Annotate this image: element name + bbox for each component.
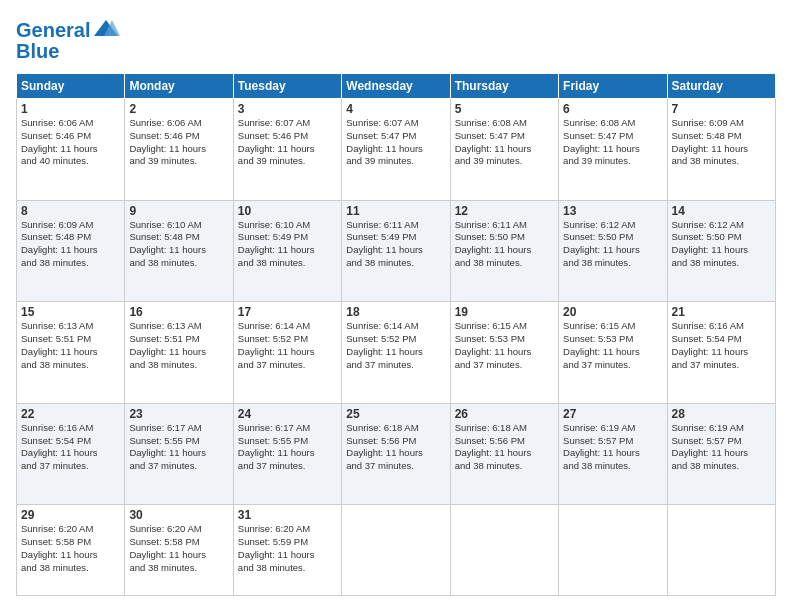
day-cell: 14Sunrise: 6:12 AM Sunset: 5:50 PM Dayli… <box>667 200 775 302</box>
day-number: 2 <box>129 102 228 116</box>
day-number: 16 <box>129 305 228 319</box>
day-number: 9 <box>129 204 228 218</box>
day-info: Sunrise: 6:08 AM Sunset: 5:47 PM Dayligh… <box>455 117 554 168</box>
week-row-3: 15Sunrise: 6:13 AM Sunset: 5:51 PM Dayli… <box>17 302 776 404</box>
day-info: Sunrise: 6:09 AM Sunset: 5:48 PM Dayligh… <box>21 219 120 270</box>
day-info: Sunrise: 6:10 AM Sunset: 5:49 PM Dayligh… <box>238 219 337 270</box>
day-number: 21 <box>672 305 771 319</box>
day-info: Sunrise: 6:06 AM Sunset: 5:46 PM Dayligh… <box>129 117 228 168</box>
header-wednesday: Wednesday <box>342 74 450 99</box>
day-number: 8 <box>21 204 120 218</box>
day-cell: 19Sunrise: 6:15 AM Sunset: 5:53 PM Dayli… <box>450 302 558 404</box>
week-row-5: 29Sunrise: 6:20 AM Sunset: 5:58 PM Dayli… <box>17 505 776 596</box>
day-cell: 31Sunrise: 6:20 AM Sunset: 5:59 PM Dayli… <box>233 505 341 596</box>
day-cell: 29Sunrise: 6:20 AM Sunset: 5:58 PM Dayli… <box>17 505 125 596</box>
day-info: Sunrise: 6:15 AM Sunset: 5:53 PM Dayligh… <box>455 320 554 371</box>
day-cell: 13Sunrise: 6:12 AM Sunset: 5:50 PM Dayli… <box>559 200 667 302</box>
day-number: 24 <box>238 407 337 421</box>
day-cell <box>667 505 775 596</box>
day-info: Sunrise: 6:06 AM Sunset: 5:46 PM Dayligh… <box>21 117 120 168</box>
day-cell: 25Sunrise: 6:18 AM Sunset: 5:56 PM Dayli… <box>342 403 450 505</box>
day-info: Sunrise: 6:14 AM Sunset: 5:52 PM Dayligh… <box>346 320 445 371</box>
day-cell: 17Sunrise: 6:14 AM Sunset: 5:52 PM Dayli… <box>233 302 341 404</box>
day-cell: 4Sunrise: 6:07 AM Sunset: 5:47 PM Daylig… <box>342 99 450 201</box>
day-number: 29 <box>21 508 120 522</box>
day-number: 4 <box>346 102 445 116</box>
day-number: 26 <box>455 407 554 421</box>
day-number: 11 <box>346 204 445 218</box>
day-cell <box>559 505 667 596</box>
day-number: 30 <box>129 508 228 522</box>
day-number: 20 <box>563 305 662 319</box>
day-info: Sunrise: 6:20 AM Sunset: 5:58 PM Dayligh… <box>129 523 228 574</box>
day-info: Sunrise: 6:18 AM Sunset: 5:56 PM Dayligh… <box>455 422 554 473</box>
day-number: 18 <box>346 305 445 319</box>
header: General Blue <box>16 16 776 63</box>
day-cell: 7Sunrise: 6:09 AM Sunset: 5:48 PM Daylig… <box>667 99 775 201</box>
header-friday: Friday <box>559 74 667 99</box>
day-cell: 22Sunrise: 6:16 AM Sunset: 5:54 PM Dayli… <box>17 403 125 505</box>
day-number: 5 <box>455 102 554 116</box>
day-cell: 2Sunrise: 6:06 AM Sunset: 5:46 PM Daylig… <box>125 99 233 201</box>
day-info: Sunrise: 6:07 AM Sunset: 5:46 PM Dayligh… <box>238 117 337 168</box>
day-number: 3 <box>238 102 337 116</box>
day-info: Sunrise: 6:07 AM Sunset: 5:47 PM Dayligh… <box>346 117 445 168</box>
day-cell: 26Sunrise: 6:18 AM Sunset: 5:56 PM Dayli… <box>450 403 558 505</box>
day-number: 19 <box>455 305 554 319</box>
header-sunday: Sunday <box>17 74 125 99</box>
day-number: 25 <box>346 407 445 421</box>
day-number: 23 <box>129 407 228 421</box>
day-info: Sunrise: 6:08 AM Sunset: 5:47 PM Dayligh… <box>563 117 662 168</box>
day-number: 28 <box>672 407 771 421</box>
day-info: Sunrise: 6:14 AM Sunset: 5:52 PM Dayligh… <box>238 320 337 371</box>
day-info: Sunrise: 6:13 AM Sunset: 5:51 PM Dayligh… <box>129 320 228 371</box>
day-number: 14 <box>672 204 771 218</box>
week-row-4: 22Sunrise: 6:16 AM Sunset: 5:54 PM Dayli… <box>17 403 776 505</box>
day-cell: 21Sunrise: 6:16 AM Sunset: 5:54 PM Dayli… <box>667 302 775 404</box>
day-info: Sunrise: 6:17 AM Sunset: 5:55 PM Dayligh… <box>129 422 228 473</box>
day-info: Sunrise: 6:12 AM Sunset: 5:50 PM Dayligh… <box>563 219 662 270</box>
day-info: Sunrise: 6:17 AM Sunset: 5:55 PM Dayligh… <box>238 422 337 473</box>
day-cell: 11Sunrise: 6:11 AM Sunset: 5:49 PM Dayli… <box>342 200 450 302</box>
day-info: Sunrise: 6:18 AM Sunset: 5:56 PM Dayligh… <box>346 422 445 473</box>
day-number: 22 <box>21 407 120 421</box>
day-number: 15 <box>21 305 120 319</box>
day-number: 10 <box>238 204 337 218</box>
page: General Blue SundayMondayTuesdayWednesda… <box>0 0 792 612</box>
day-cell: 3Sunrise: 6:07 AM Sunset: 5:46 PM Daylig… <box>233 99 341 201</box>
day-cell: 28Sunrise: 6:19 AM Sunset: 5:57 PM Dayli… <box>667 403 775 505</box>
header-thursday: Thursday <box>450 74 558 99</box>
week-row-2: 8Sunrise: 6:09 AM Sunset: 5:48 PM Daylig… <box>17 200 776 302</box>
header-monday: Monday <box>125 74 233 99</box>
day-info: Sunrise: 6:16 AM Sunset: 5:54 PM Dayligh… <box>672 320 771 371</box>
day-info: Sunrise: 6:13 AM Sunset: 5:51 PM Dayligh… <box>21 320 120 371</box>
day-cell <box>450 505 558 596</box>
day-cell: 10Sunrise: 6:10 AM Sunset: 5:49 PM Dayli… <box>233 200 341 302</box>
day-info: Sunrise: 6:15 AM Sunset: 5:53 PM Dayligh… <box>563 320 662 371</box>
day-info: Sunrise: 6:10 AM Sunset: 5:48 PM Dayligh… <box>129 219 228 270</box>
calendar: SundayMondayTuesdayWednesdayThursdayFrid… <box>16 73 776 596</box>
day-number: 17 <box>238 305 337 319</box>
day-number: 1 <box>21 102 120 116</box>
day-number: 13 <box>563 204 662 218</box>
day-info: Sunrise: 6:20 AM Sunset: 5:58 PM Dayligh… <box>21 523 120 574</box>
header-saturday: Saturday <box>667 74 775 99</box>
day-cell: 23Sunrise: 6:17 AM Sunset: 5:55 PM Dayli… <box>125 403 233 505</box>
day-info: Sunrise: 6:11 AM Sunset: 5:50 PM Dayligh… <box>455 219 554 270</box>
logo: General Blue <box>16 16 120 63</box>
week-row-1: 1Sunrise: 6:06 AM Sunset: 5:46 PM Daylig… <box>17 99 776 201</box>
day-cell: 12Sunrise: 6:11 AM Sunset: 5:50 PM Dayli… <box>450 200 558 302</box>
day-info: Sunrise: 6:12 AM Sunset: 5:50 PM Dayligh… <box>672 219 771 270</box>
day-cell: 9Sunrise: 6:10 AM Sunset: 5:48 PM Daylig… <box>125 200 233 302</box>
day-number: 12 <box>455 204 554 218</box>
logo-icon <box>92 16 120 44</box>
day-cell: 20Sunrise: 6:15 AM Sunset: 5:53 PM Dayli… <box>559 302 667 404</box>
day-cell: 16Sunrise: 6:13 AM Sunset: 5:51 PM Dayli… <box>125 302 233 404</box>
logo-text: General <box>16 19 90 41</box>
day-cell: 6Sunrise: 6:08 AM Sunset: 5:47 PM Daylig… <box>559 99 667 201</box>
day-cell: 27Sunrise: 6:19 AM Sunset: 5:57 PM Dayli… <box>559 403 667 505</box>
day-info: Sunrise: 6:19 AM Sunset: 5:57 PM Dayligh… <box>672 422 771 473</box>
day-cell <box>342 505 450 596</box>
day-cell: 5Sunrise: 6:08 AM Sunset: 5:47 PM Daylig… <box>450 99 558 201</box>
day-info: Sunrise: 6:20 AM Sunset: 5:59 PM Dayligh… <box>238 523 337 574</box>
